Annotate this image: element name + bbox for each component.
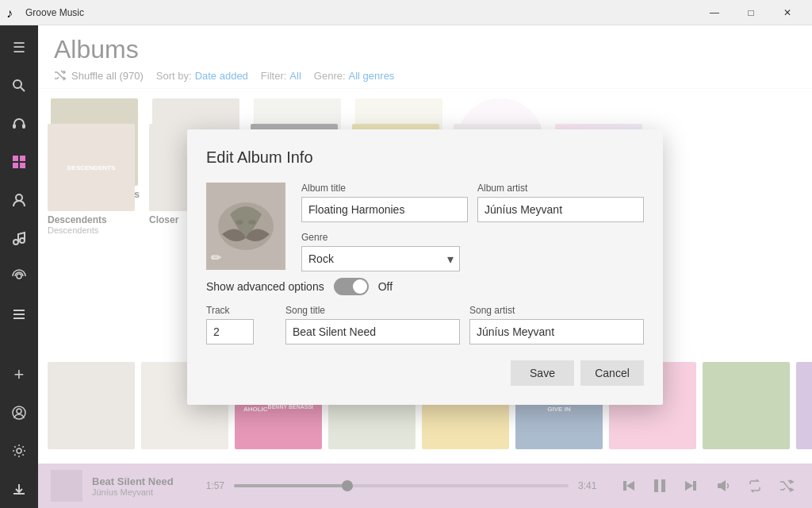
svg-point-0 — [13, 80, 21, 88]
cancel-button[interactable]: Cancel — [580, 360, 644, 386]
genre-group: Genre Rock Pop Jazz Classical Electronic… — [301, 232, 644, 271]
edit-album-dialog: Edit Album Info — [187, 129, 663, 405]
sidebar-item-headphones[interactable] — [0, 105, 38, 143]
advanced-header: Show advanced options Off — [206, 278, 644, 295]
song-fields: Track Song title Song artist — [206, 305, 644, 344]
svg-point-11 — [17, 274, 21, 279]
title-bar: ♪ Groove Music — □ ✕ — [0, 0, 812, 25]
toggle-knob — [353, 279, 367, 294]
sidebar-item-download[interactable] — [0, 470, 38, 508]
minimize-button[interactable]: — — [696, 0, 733, 25]
toggle-state-label: Off — [378, 280, 393, 293]
svg-rect-2 — [13, 124, 16, 129]
title-artist-row: Album title Album artist — [301, 183, 644, 222]
album-title-group: Album title — [301, 183, 468, 222]
song-title-label: Song title — [285, 305, 460, 316]
album-artist-input[interactable] — [477, 197, 644, 222]
song-artist-group: Song artist — [469, 305, 644, 344]
advanced-section: Show advanced options Off Track — [206, 278, 644, 344]
edit-art-button[interactable]: ✏ — [211, 250, 221, 265]
save-button[interactable]: Save — [511, 360, 574, 386]
dialog-backdrop: Edit Album Info — [38, 25, 812, 508]
sidebar-item-queue[interactable] — [0, 295, 38, 333]
genre-select-wrapper: Rock Pop Jazz Classical Electronic Hip-H… — [301, 246, 460, 271]
advanced-label: Show advanced options — [206, 280, 324, 293]
svg-point-8 — [16, 194, 22, 201]
sidebar-item-account[interactable] — [0, 394, 38, 432]
song-artist-label: Song artist — [469, 305, 644, 316]
sidebar-item-profile[interactable] — [0, 181, 38, 219]
app-container: ☰ + — [0, 25, 812, 508]
album-title-label: Album title — [301, 183, 468, 194]
svg-rect-3 — [22, 124, 25, 129]
song-title-input[interactable] — [285, 319, 460, 344]
svg-rect-6 — [13, 163, 18, 168]
app-icon: ♪ — [6, 6, 19, 19]
dialog-body: ✏ Album title Album artist — [206, 183, 644, 271]
svg-point-22 — [248, 220, 256, 225]
album-title-input[interactable] — [301, 197, 468, 222]
track-input[interactable] — [206, 319, 254, 344]
content-area: Albums Shuffle all (970) Sort by: Date a… — [38, 25, 812, 508]
album-artist-group: Album artist — [477, 183, 644, 222]
dialog-footer: Save Cancel — [206, 360, 644, 386]
svg-rect-7 — [20, 163, 25, 168]
svg-rect-4 — [13, 156, 18, 161]
track-label: Track — [206, 305, 276, 316]
svg-point-16 — [17, 409, 21, 414]
sidebar-item-collection[interactable] — [0, 143, 38, 181]
song-artist-input[interactable] — [469, 319, 644, 344]
svg-point-17 — [17, 448, 21, 453]
app-title: Groove Music — [25, 7, 696, 18]
sidebar-item-radio[interactable] — [0, 257, 38, 295]
track-group: Track — [206, 305, 276, 344]
sidebar: ☰ + — [0, 25, 38, 508]
song-title-group: Song title — [285, 305, 460, 344]
sidebar-item-settings[interactable] — [0, 432, 38, 470]
svg-line-1 — [21, 87, 25, 91]
maximize-button[interactable]: □ — [733, 0, 769, 25]
sidebar-item-menu[interactable]: ☰ — [0, 29, 38, 67]
window-controls: — □ ✕ — [696, 0, 806, 25]
genre-row: Genre Rock Pop Jazz Classical Electronic… — [301, 232, 644, 271]
sidebar-item-music[interactable] — [0, 219, 38, 257]
sidebar-item-search[interactable] — [0, 67, 38, 105]
dialog-album-art: ✏ — [206, 183, 285, 270]
svg-rect-5 — [20, 156, 25, 161]
dialog-title: Edit Album Info — [206, 148, 644, 167]
album-artist-label: Album artist — [477, 183, 644, 194]
svg-point-21 — [236, 220, 243, 225]
sidebar-item-add[interactable]: + — [0, 356, 38, 394]
dialog-fields: Album title Album artist Genre — [301, 183, 644, 271]
genre-select[interactable]: Rock Pop Jazz Classical Electronic Hip-H… — [301, 246, 460, 271]
genre-label: Genre — [301, 232, 644, 243]
close-button[interactable]: ✕ — [769, 0, 806, 25]
advanced-toggle[interactable] — [334, 278, 369, 295]
